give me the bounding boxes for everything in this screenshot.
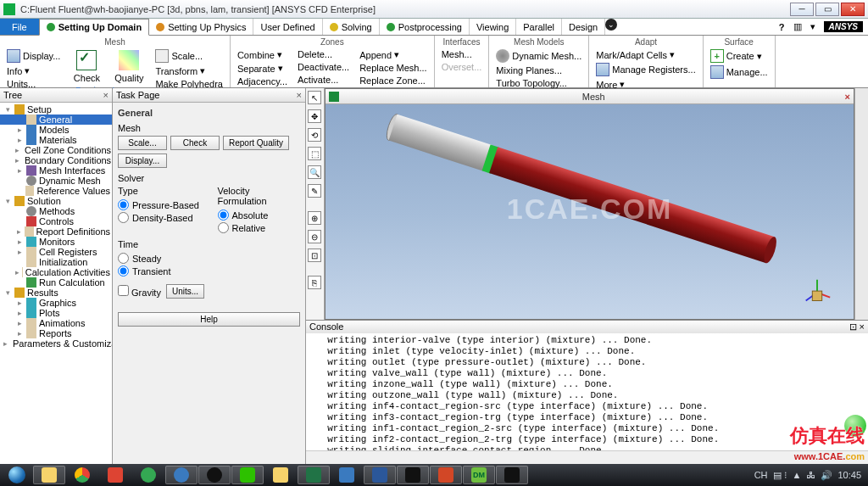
tb-app2[interactable] xyxy=(331,466,363,484)
viewport-scrollbar[interactable] xyxy=(854,88,868,320)
info-button[interactable]: Info ▾ xyxy=(5,64,62,77)
tree[interactable]: ▾Setup General ▸Models ▸Materials ▸Cell … xyxy=(0,103,112,463)
check-task-button[interactable]: Check xyxy=(170,136,220,150)
tree-models[interactable]: ▸Models xyxy=(0,125,112,135)
axis-triad[interactable] xyxy=(801,277,833,309)
tab-setting-up-domain[interactable]: Setting Up Domain xyxy=(39,19,149,36)
pressure-based-radio[interactable]: Pressure-Based xyxy=(118,198,201,211)
tb-excel[interactable] xyxy=(298,466,330,484)
tab-parallel[interactable]: Parallel xyxy=(516,19,562,35)
tb-wechat[interactable] xyxy=(231,466,264,484)
tab-design[interactable]: Design xyxy=(562,19,605,35)
pointer-tool[interactable]: ↖ xyxy=(308,91,321,104)
adjacency-button[interactable]: Adjacency... xyxy=(236,75,289,87)
tab-overflow-icon[interactable]: ⌄ xyxy=(605,19,617,31)
tree-ref-values[interactable]: Reference Values xyxy=(0,186,112,196)
tb-qq[interactable] xyxy=(198,466,231,484)
tree-mesh-interfaces[interactable]: ▸Mesh Interfaces xyxy=(0,165,112,176)
transient-radio[interactable]: Transient xyxy=(118,265,300,277)
tab-postprocessing[interactable]: Postprocessing xyxy=(380,19,470,35)
display-task-button[interactable]: Display... xyxy=(118,154,167,168)
dropdown-icon[interactable]: ▾ xyxy=(810,21,815,32)
tree-materials[interactable]: ▸Materials xyxy=(0,135,112,145)
tb-fluent[interactable] xyxy=(397,466,429,484)
tb-ppt[interactable] xyxy=(430,466,462,484)
system-tray[interactable]: CH ▤ ⁝ ▲ 🖧 🔊 10:45 xyxy=(754,470,866,481)
pick-tool[interactable]: ✎ xyxy=(308,184,321,198)
tree-reports[interactable]: ▸Reports xyxy=(0,328,112,338)
surface-create-button[interactable]: +Create ▾ xyxy=(709,48,770,64)
tb-app1[interactable] xyxy=(99,466,131,484)
tray-clock[interactable]: 10:45 xyxy=(837,470,861,480)
maximize-button[interactable]: ▭ xyxy=(815,3,839,16)
tree-report-def[interactable]: ▸Report Definitions xyxy=(0,226,112,237)
steady-radio[interactable]: Steady xyxy=(118,252,300,265)
viewport-close-icon[interactable]: × xyxy=(845,92,850,102)
tree-results[interactable]: ▾Results xyxy=(0,288,112,298)
tb-chrome[interactable] xyxy=(66,466,98,484)
replace-zone-button[interactable]: Replace Zone... xyxy=(358,75,428,87)
units-task-button[interactable]: Units... xyxy=(166,284,204,299)
tab-viewing[interactable]: Viewing xyxy=(470,19,516,35)
interfaces-mesh-button[interactable]: Mesh... xyxy=(440,48,484,60)
minimize-button[interactable]: ─ xyxy=(790,3,814,16)
tree-cell-zone[interactable]: ▸Cell Zone Conditions xyxy=(0,145,112,155)
help-icon[interactable]: ? xyxy=(779,22,785,32)
tree-calc-activities[interactable]: ▸Calculation Activities xyxy=(0,267,112,277)
tab-solving[interactable]: Solving xyxy=(323,19,380,35)
delete-button[interactable]: Delete... xyxy=(296,48,351,60)
tb-browser[interactable] xyxy=(165,466,198,484)
tree-general[interactable]: General xyxy=(0,115,112,125)
scale-button[interactable]: Scale... xyxy=(153,48,225,64)
tray-kb-icon[interactable]: ▤ ⁝ xyxy=(773,470,787,481)
tab-setting-up-physics[interactable]: Setting Up Physics xyxy=(149,19,253,35)
assist-ball-icon[interactable] xyxy=(844,415,866,437)
tree-dynamic-mesh[interactable]: Dynamic Mesh xyxy=(0,176,112,186)
tree-close-icon[interactable]: × xyxy=(103,90,108,100)
absolute-radio[interactable]: Absolute xyxy=(218,209,301,221)
tab-user-defined[interactable]: User Defined xyxy=(253,19,322,35)
tb-mesh[interactable] xyxy=(496,466,528,484)
copy-view-tool[interactable]: ⎘ xyxy=(308,276,321,289)
tree-cell-registers[interactable]: ▸Cell Registers xyxy=(0,247,112,257)
zoom-in-tool[interactable]: ⊕ xyxy=(308,211,321,225)
layout-icon[interactable]: ▥ xyxy=(793,21,802,32)
help-button[interactable]: Help xyxy=(118,312,300,327)
close-button[interactable]: ✕ xyxy=(841,3,865,16)
report-quality-button[interactable]: Report Quality xyxy=(223,136,289,150)
deactivate-button[interactable]: Deactivate... xyxy=(296,61,351,73)
console-output[interactable]: writing interior-valve (type interior) (… xyxy=(306,333,868,450)
rotate-tool[interactable]: ⟲ xyxy=(308,128,321,142)
tb-explorer[interactable] xyxy=(33,466,65,484)
tree-solution[interactable]: ▾Solution xyxy=(0,196,112,206)
tree-controls[interactable]: Controls xyxy=(0,216,112,226)
gravity-checkbox[interactable]: Gravity xyxy=(118,285,161,298)
tab-file[interactable]: File xyxy=(0,19,39,35)
replace-mesh-button[interactable]: Replace Mesh... xyxy=(358,62,428,74)
tb-word[interactable] xyxy=(364,466,396,484)
tree-methods[interactable]: Methods xyxy=(0,206,112,216)
tree-parameters[interactable]: ▸Parameters & Customiza… xyxy=(0,338,112,349)
start-button[interactable] xyxy=(2,466,32,484)
relative-radio[interactable]: Relative xyxy=(218,221,301,234)
zoom-out-tool[interactable]: ⊖ xyxy=(308,230,321,243)
density-based-radio[interactable]: Density-Based xyxy=(118,211,201,224)
dynamic-mesh-button[interactable]: Dynamic Mesh... xyxy=(494,48,583,64)
tree-plots[interactable]: ▸Plots xyxy=(0,308,112,318)
scale-task-button[interactable]: Scale... xyxy=(118,136,167,150)
pan-tool[interactable]: ✥ xyxy=(308,109,321,123)
combine-button[interactable]: Combine ▾ xyxy=(236,48,289,61)
tree-boundary[interactable]: ▸Boundary Conditions xyxy=(0,155,112,165)
display-button[interactable]: Display... xyxy=(5,48,62,64)
tree-setup[interactable]: ▾Setup xyxy=(0,104,112,115)
tray-vol-icon[interactable]: 🔊 xyxy=(821,470,832,481)
manage-registers-button[interactable]: Manage Registers... xyxy=(594,62,697,77)
append-button[interactable]: Append ▾ xyxy=(358,48,428,61)
tb-folder2[interactable] xyxy=(264,466,297,484)
zoom-tool[interactable]: 🔍 xyxy=(308,165,321,179)
tb-360[interactable] xyxy=(132,466,164,484)
tree-initialization[interactable]: Initialization xyxy=(0,257,112,267)
viewport[interactable]: Mesh × xyxy=(325,88,854,320)
surface-manage-button[interactable]: Manage... xyxy=(709,64,770,80)
tray-up-icon[interactable]: ▲ xyxy=(793,470,802,480)
